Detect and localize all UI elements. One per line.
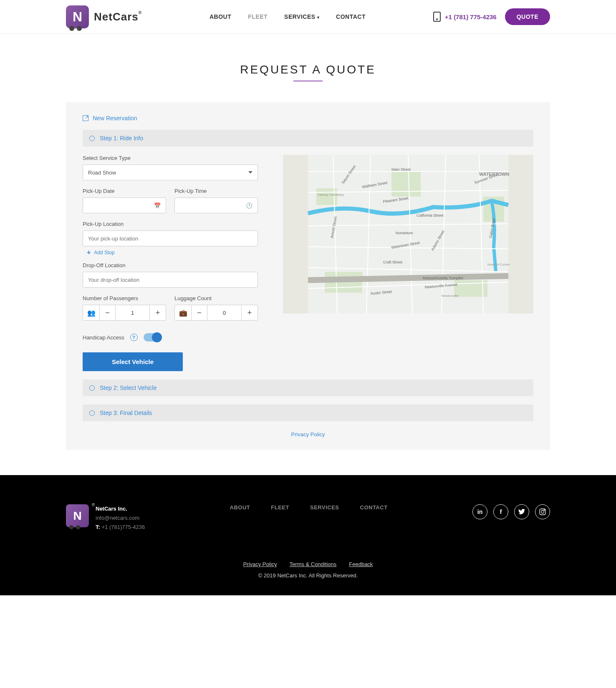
- step3-label: Step 3: Final Details: [100, 410, 152, 416]
- footer-email[interactable]: info@netcars.com: [96, 513, 145, 523]
- svg-text:WATERTOWN: WATERTOWN: [479, 172, 509, 177]
- logo[interactable]: N NetCars®: [66, 5, 142, 28]
- legal-terms[interactable]: Terms & Conditions: [290, 561, 337, 567]
- legal-feedback[interactable]: Feedback: [349, 561, 373, 567]
- calendar-icon: 📅: [154, 202, 161, 209]
- passengers-counter: 👥 − 1 +: [83, 305, 166, 321]
- luggage-counter: 💼 − 0 +: [174, 305, 258, 321]
- svg-text:California Street: California Street: [417, 213, 444, 218]
- title-underline: [293, 81, 323, 81]
- phone-link[interactable]: +1 (781) 775-4236: [433, 12, 497, 22]
- passengers-label: Number of Passengers: [83, 295, 166, 301]
- luggage-minus[interactable]: −: [192, 305, 207, 320]
- luggage-label: Luggage Count: [174, 295, 258, 301]
- svg-text:Nonantum: Nonantum: [396, 231, 413, 235]
- footer-phone[interactable]: +1 (781)775-4236: [101, 524, 145, 530]
- passengers-plus[interactable]: +: [150, 305, 166, 320]
- step1-header[interactable]: Step 1: Ride Info: [83, 130, 533, 147]
- svg-text:Craft Street: Craft Street: [383, 260, 403, 264]
- add-stop-label: Add Stop: [94, 250, 114, 255]
- select-vehicle-button[interactable]: Select Vehicle: [83, 352, 183, 371]
- plus-icon: +: [87, 249, 91, 256]
- dropdown-icon: [248, 171, 252, 174]
- brand-name: NetCars: [94, 10, 139, 23]
- nav-fleet[interactable]: FLEET: [248, 13, 268, 20]
- fnav-services[interactable]: SERVICES: [310, 504, 339, 511]
- luggage-icon: 💼: [175, 305, 192, 320]
- svg-text:Newtonville: Newtonville: [442, 294, 459, 298]
- pickup-date-label: Pick-Up Date: [83, 188, 166, 194]
- svg-rect-2: [391, 172, 421, 197]
- main-nav: ABOUT FLEET SERVICES▾ CONTACT: [210, 13, 366, 20]
- dropoff-loc-input[interactable]: [83, 272, 258, 288]
- pickup-time-label: Pick-Up Time: [174, 188, 258, 194]
- header: N NetCars® ABOUT FLEET SERVICES▾ CONTACT…: [0, 0, 616, 34]
- pickup-date-input[interactable]: 📅: [83, 197, 166, 213]
- fnav-about[interactable]: ABOUT: [230, 504, 250, 511]
- map[interactable]: Main Street Waltham Street Seyon Street …: [283, 155, 533, 314]
- step2-header[interactable]: Step 2: Select Vehicle: [83, 379, 533, 396]
- new-reservation-label: New Reservation: [93, 115, 137, 121]
- pickup-loc-input[interactable]: [83, 230, 258, 246]
- svg-point-37: [541, 511, 544, 513]
- linkedin-icon[interactable]: in: [472, 504, 487, 519]
- footer-logo-icon: N: [66, 504, 89, 527]
- tel-label: T:: [96, 524, 100, 530]
- nav-services[interactable]: SERVICES▾: [284, 13, 319, 20]
- nav-about[interactable]: ABOUT: [210, 13, 231, 20]
- social-links: in f: [472, 504, 550, 519]
- service-type-select[interactable]: Road Show: [83, 164, 258, 180]
- luggage-value: 0: [207, 305, 242, 320]
- passengers-icon: 👥: [83, 305, 100, 320]
- footer: N ® NetCars Inc. info@netcars.com T: +1 …: [0, 475, 616, 595]
- svg-text:Calvary Cemetery: Calvary Cemetery: [317, 193, 344, 197]
- passengers-value: 1: [116, 305, 150, 320]
- reg-mark: ®: [139, 10, 142, 15]
- step1-label: Step 1: Ride Info: [100, 135, 143, 142]
- fnav-contact[interactable]: CONTACT: [360, 504, 388, 511]
- phone-number: +1 (781) 775-4236: [445, 13, 497, 20]
- twitter-icon[interactable]: [514, 504, 529, 519]
- svg-text:Main Street: Main Street: [391, 167, 411, 172]
- logo-icon: N: [66, 5, 89, 28]
- handicap-label: Handicap Access: [83, 334, 124, 341]
- step-circle-icon: [89, 136, 95, 141]
- svg-text:Newton Corner: Newton Corner: [487, 263, 510, 266]
- instagram-icon[interactable]: [535, 504, 550, 519]
- phone-icon: [433, 12, 441, 22]
- footer-company: NetCars Inc.: [96, 504, 145, 513]
- chevron-down-icon: ▾: [317, 15, 320, 20]
- new-reservation-link[interactable]: New Reservation: [83, 115, 533, 121]
- footer-nav: ABOUT FLEET SERVICES CONTACT: [230, 504, 388, 511]
- pickup-loc-label: Pick-Up Location: [83, 221, 258, 227]
- step3-header[interactable]: Step 3: Final Details: [83, 405, 533, 421]
- copyright: © 2019 NetCars Inc. All Rights Reserved.: [66, 572, 550, 579]
- clock-icon: 🕐: [246, 202, 252, 209]
- help-icon[interactable]: ?: [130, 334, 138, 341]
- step-circle-icon: [89, 385, 95, 391]
- step-circle-icon: [89, 410, 95, 416]
- luggage-plus[interactable]: +: [242, 305, 258, 320]
- quote-button[interactable]: QUOTE: [505, 8, 550, 25]
- external-link-icon: [83, 115, 88, 121]
- fnav-fleet[interactable]: FLEET: [271, 504, 289, 511]
- nav-contact[interactable]: CONTACT: [336, 13, 366, 20]
- reg-mark: ®: [92, 503, 95, 507]
- svg-text:Massachusetts Turnpike: Massachusetts Turnpike: [423, 276, 463, 280]
- add-stop-button[interactable]: + Add Stop: [87, 249, 258, 256]
- legal-privacy[interactable]: Privacy Policy: [243, 561, 277, 567]
- quote-form: New Reservation Step 1: Ride Info Select…: [66, 102, 550, 450]
- dropoff-loc-label: Drop-Off Location: [83, 262, 258, 268]
- service-type-value: Road Show: [88, 169, 116, 176]
- facebook-icon[interactable]: f: [493, 504, 508, 519]
- step2-label: Step 2: Select Vehicle: [100, 384, 157, 391]
- svg-point-38: [544, 510, 545, 511]
- handicap-toggle[interactable]: [144, 333, 162, 341]
- service-type-label: Select Service Type: [83, 155, 258, 161]
- privacy-link[interactable]: Privacy Policy: [291, 431, 325, 438]
- page-title: REQUEST A QUOTE: [66, 63, 550, 76]
- passengers-minus[interactable]: −: [100, 305, 116, 320]
- pickup-time-input[interactable]: 🕐: [174, 197, 258, 213]
